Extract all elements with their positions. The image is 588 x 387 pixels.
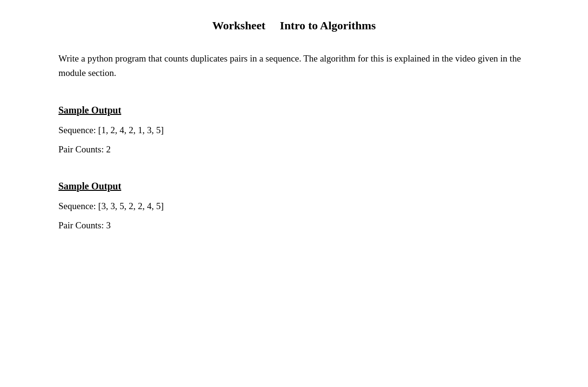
sample-sequence-1: Sequence: [1, 2, 4, 2, 1, 3, 5] bbox=[59, 124, 530, 137]
sample-heading-1: Sample Output bbox=[59, 105, 530, 116]
sample-sequence-2: Sequence: [3, 3, 5, 2, 2, 4, 5] bbox=[59, 200, 530, 213]
sample-pair-counts-2: Pair Counts: 3 bbox=[59, 219, 530, 233]
sample-pair-counts-1: Pair Counts: 2 bbox=[59, 143, 530, 157]
sample-section-2: Sample Output Sequence: [3, 3, 5, 2, 2, … bbox=[59, 181, 530, 233]
title-worksheet: Worksheet bbox=[212, 19, 265, 32]
sample-heading-2: Sample Output bbox=[59, 181, 530, 192]
sample-section-1: Sample Output Sequence: [1, 2, 4, 2, 1, … bbox=[59, 105, 530, 157]
page-container: Worksheet Intro to Algorithms Write a py… bbox=[30, 0, 559, 271]
description-text: Write a python program that counts dupli… bbox=[59, 51, 530, 81]
page-title: Worksheet Intro to Algorithms bbox=[59, 19, 530, 32]
title-course: Intro to Algorithms bbox=[280, 19, 376, 32]
